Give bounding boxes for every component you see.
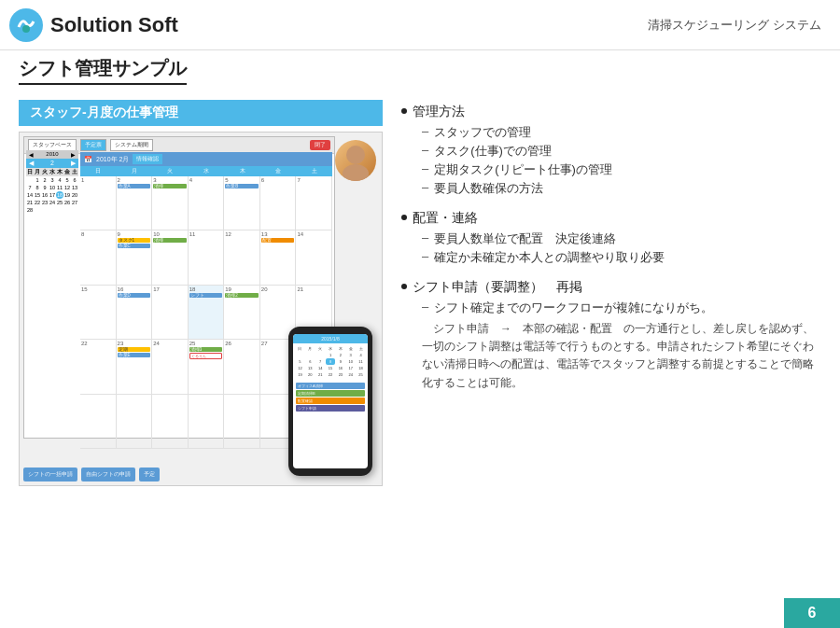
- cal-cell: 2作業A: [117, 176, 153, 230]
- close-button[interactable]: 閉了: [310, 140, 330, 150]
- list-item: –シフト確定までのワークフローが複雑になりがち。: [422, 300, 821, 316]
- company-name: Solution Soft: [50, 13, 178, 37]
- avatar-image: [335, 140, 376, 181]
- bullet-sub-list-3: –シフト確定までのワークフローが複雑になりがち。: [401, 300, 821, 316]
- year-display: ◀2010▶: [26, 150, 78, 159]
- mini-cal-grid: 日月火水木金土 123456 78910111213 1415161718192…: [26, 168, 78, 214]
- cal-cell: 16作業D: [117, 286, 153, 340]
- bullet-main-label-1: 管理方法: [413, 104, 465, 120]
- cal-cell: 11: [189, 230, 225, 285]
- mini-calendar-area: ◀2010▶ ◀2▶ 日月火水木金土 123456 78910111213 14…: [26, 150, 78, 214]
- cal-cell: 5作業B: [224, 176, 260, 230]
- left-panel-title: スタッフ-月度の仕事管理: [19, 100, 383, 126]
- list-item: –要員人数単位で配置 決定後連絡: [422, 230, 821, 247]
- schedule-button[interactable]: 予定: [139, 468, 160, 481]
- list-item: –確定か未確定か本人との調整やり取り必要: [422, 249, 821, 266]
- cal-tab-system[interactable]: システム期間: [110, 139, 153, 151]
- right-panel: 管理方法 –スタッフでの管理 –タスク(仕事)での管理 –定期タスク(リピート仕…: [401, 100, 821, 588]
- avatar: [335, 140, 376, 181]
- bullet-dot-1: [401, 108, 407, 114]
- cal-title-bar: 📅 2010年 2月 情報確認: [80, 152, 332, 166]
- phone-screen-header: 2015/1/8: [293, 334, 368, 343]
- main-content: スタッフ-月度の仕事管理 スタッフベース 予定票 システム期間 閉了 ◀2010…: [0, 91, 840, 597]
- svg-point-3: [343, 164, 369, 181]
- cal-cell: 18シフト: [189, 286, 225, 340]
- cal-cell: 1: [80, 176, 117, 230]
- svg-point-1: [22, 25, 30, 33]
- cal-cell: 3清掃: [152, 176, 189, 230]
- list-item: –定期タスク(リピート仕事)の管理: [422, 161, 821, 178]
- page-title: シフト管理サンプル: [19, 56, 187, 85]
- cal-cell: 24: [152, 340, 189, 394]
- logo-icon: [9, 8, 43, 42]
- sub-text-block: シフト申請 → 本部の確認・配置 の一方通行とし、差し戻しを認めず、一切のシフト…: [401, 320, 821, 392]
- phone-event-item: 配置確認: [296, 398, 365, 404]
- bullet-dot-3: [401, 284, 407, 289]
- cal-cell: 8: [80, 230, 117, 285]
- cal-cell: [80, 395, 117, 449]
- cal-cell: 17: [152, 286, 189, 340]
- screenshot-area: スタッフベース 予定票 システム期間 閉了 ◀2010▶ ◀2▶ 日月火水木金土: [19, 132, 383, 486]
- phone-screen: 2015/1/8 日月火水木金土 1234 567891011 12131415…: [293, 334, 368, 468]
- shift-bulk-apply-button[interactable]: シフトの一括申請: [23, 468, 77, 481]
- cal-cell: 23定期作業E: [117, 340, 153, 394]
- phone-event-item: 定期清掃B: [296, 390, 365, 397]
- cal-cell: [117, 395, 153, 449]
- bullet-section-1: 管理方法 –スタッフでの管理 –タスク(仕事)での管理 –定期タスク(リピート仕…: [401, 104, 821, 197]
- cal-cell: [152, 395, 189, 449]
- bullet-main-3: シフト申請（要調整） 再掲: [401, 279, 821, 296]
- free-shift-button[interactable]: 自由シフトの申請: [81, 468, 135, 481]
- cal-cell: 25清掃3ぐるりん: [189, 340, 225, 394]
- phone-cal-grid: 日月火水木金土 1234 567891011 12131415161718 19…: [293, 343, 368, 380]
- cal-cell: 13配置: [260, 230, 297, 285]
- cal-cell: 7: [296, 176, 332, 230]
- bullet-sub-list-1: –スタッフでの管理 –タスク(仕事)での管理 –定期タスク(リピート仕事)の管理…: [401, 124, 821, 197]
- phone-event-item: オフィスA清掃: [296, 383, 365, 389]
- sub-text-detail: シフト申請 → 本部の確認・配置 の一方通行とし、差し戻しを認めず、一切のシフト…: [422, 320, 821, 392]
- cal-cell: 10清掃: [152, 230, 189, 285]
- month-display: ◀2▶: [26, 159, 78, 168]
- bullet-main-label-2: 配置・連絡: [413, 210, 478, 227]
- bullet-dot-2: [401, 215, 407, 220]
- page-title-bar: シフト管理サンプル: [0, 50, 840, 91]
- cal-cell: 26: [224, 340, 260, 394]
- header: Solution Soft 清掃スケジューリング システム: [0, 0, 840, 50]
- bottom-buttons: シフトの一括申請 自由シフトの申請 予定: [23, 468, 335, 481]
- header-subtitle: 清掃スケジューリング システム: [648, 17, 821, 34]
- list-item: –スタッフでの管理: [422, 124, 821, 141]
- bullet-main-1: 管理方法: [401, 104, 821, 120]
- detail-paragraph: シフト申請 → 本部の確認・配置 の一方通行とし、差し戻しを認めず、一切のシフト…: [422, 322, 814, 389]
- cal-day-headers: 日月火水木金土: [80, 166, 332, 176]
- phone-event-list: オフィスA清掃 定期清掃B 配置確認 シフト申請: [293, 380, 368, 414]
- page-number: 6: [808, 605, 817, 621]
- cal-tab-month[interactable]: 予定票: [80, 139, 106, 151]
- cal-cell: 19清掃2: [224, 286, 260, 340]
- footer: 6: [784, 598, 840, 628]
- cal-cell: [189, 395, 225, 449]
- cal-cell: 6: [260, 176, 297, 230]
- bullet-main-label-3: シフト申請（要調整） 再掲: [413, 279, 582, 296]
- svg-point-2: [346, 146, 365, 164]
- cal-cell: 4: [189, 176, 225, 230]
- cal-cell: 22: [80, 340, 117, 394]
- phone-event-item: シフト申請: [296, 405, 365, 412]
- bullet-main-2: 配置・連絡: [401, 210, 821, 227]
- cal-cell: 9タスク1作業C: [117, 230, 153, 285]
- cal-cell: 12: [224, 230, 260, 285]
- cal-cell: 14: [296, 230, 332, 285]
- cal-cell: [224, 395, 260, 449]
- bullet-section-3: シフト申請（要調整） 再掲 –シフト確定までのワークフローが複雑になりがち。 シ…: [401, 279, 821, 392]
- cal-cell: 15: [80, 286, 117, 340]
- bullet-sub-list-2: –要員人数単位で配置 決定後連絡 –確定か未確定か本人との調整やり取り必要: [401, 230, 821, 266]
- left-panel: スタッフ-月度の仕事管理 スタッフベース 予定票 システム期間 閉了 ◀2010…: [19, 100, 383, 588]
- list-item: –タスク(仕事)での管理: [422, 143, 821, 160]
- bullet-section-2: 配置・連絡 –要員人数単位で配置 決定後連絡 –確定か未確定か本人との調整やり取…: [401, 210, 821, 266]
- list-item: –要員人数確保の方法: [422, 180, 821, 197]
- phone-mockup: 2015/1/8 日月火水木金土 1234 567891011 12131415…: [288, 327, 372, 476]
- logo-area: Solution Soft: [9, 8, 178, 42]
